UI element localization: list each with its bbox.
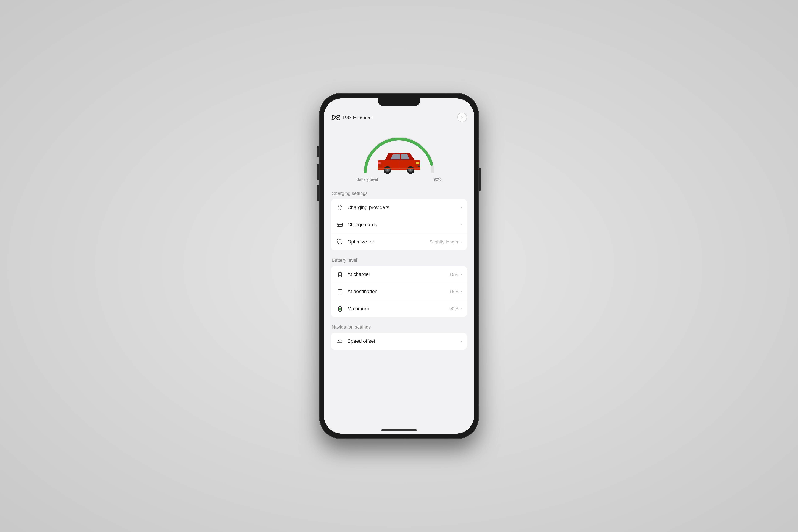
car-image — [374, 145, 424, 174]
at-charger-label: At charger — [347, 271, 449, 277]
charge-cards-item[interactable]: Charge cards › — [331, 216, 467, 233]
battery-level-card: At charger 15% › — [331, 266, 467, 317]
close-button[interactable]: × — [457, 113, 467, 122]
at-charger-value: 15% — [449, 272, 459, 277]
close-icon: × — [461, 115, 463, 120]
mute-button — [317, 146, 319, 157]
charging-providers-item[interactable]: Charging providers › — [331, 199, 467, 216]
maximum-label: Maximum — [347, 306, 449, 311]
optimize-for-label: Optimize for — [347, 239, 430, 245]
app-content: DS DS3 E-Tense › × — [324, 98, 474, 434]
at-charger-item[interactable]: At charger 15% › — [331, 266, 467, 283]
navigation-settings-card: Speed offset › — [331, 333, 467, 350]
charging-providers-icon — [336, 204, 344, 211]
speed-offset-icon — [336, 337, 344, 345]
navigation-settings-section: Navigation settings Speed offset — [324, 321, 474, 353]
maximum-value: 90% — [449, 306, 459, 311]
charging-providers-chevron-icon: › — [461, 205, 462, 210]
speed-offset-item[interactable]: Speed offset › — [331, 333, 467, 350]
maximum-chevron-icon: › — [461, 306, 462, 311]
optimize-for-value: Slightly longer — [430, 239, 458, 245]
charge-cards-chevron-icon: › — [461, 222, 462, 227]
battery-percentage: 92% — [434, 177, 441, 182]
svg-rect-14 — [418, 165, 420, 166]
svg-rect-15 — [418, 166, 420, 167]
svg-rect-29 — [339, 273, 341, 275]
charge-cards-icon — [336, 221, 344, 229]
svg-rect-17 — [378, 168, 420, 169]
at-destination-item[interactable]: At destination 15% › — [331, 283, 467, 300]
at-charger-icon — [336, 270, 344, 278]
svg-point-13 — [410, 169, 412, 171]
at-destination-label: At destination — [347, 289, 449, 294]
svg-rect-5 — [416, 162, 419, 164]
bottom-spacer — [324, 353, 474, 367]
svg-rect-7 — [378, 162, 381, 164]
svg-rect-19 — [339, 206, 340, 207]
svg-point-42 — [339, 341, 341, 342]
car-name-chevron-icon: › — [371, 115, 373, 119]
optimize-icon — [336, 238, 344, 246]
svg-rect-24 — [337, 223, 343, 227]
speed-offset-chevron-icon: › — [461, 339, 462, 343]
header: DS DS3 E-Tense › × — [324, 109, 474, 126]
optimize-for-item[interactable]: Optimize for Slightly longer › — [331, 233, 467, 250]
navigation-settings-title: Navigation settings — [331, 324, 467, 330]
battery-level-label: Battery level — [357, 177, 378, 182]
phone-frame: DS DS3 E-Tense › × — [319, 93, 479, 439]
power-button — [479, 168, 481, 191]
at-destination-chevron-icon: › — [461, 289, 462, 294]
at-destination-value: 15% — [449, 289, 459, 294]
svg-rect-34 — [339, 290, 341, 292]
car-name-row[interactable]: DS3 E-Tense › — [343, 115, 373, 120]
battery-labels: Battery level 92% — [357, 177, 441, 182]
speed-offset-label: Speed offset — [347, 338, 461, 344]
home-indicator — [381, 429, 417, 431]
charging-settings-section: Charging settings — [324, 187, 474, 254]
charging-settings-title: Charging settings — [331, 191, 467, 196]
at-destination-icon — [336, 288, 344, 296]
battery-level-title: Battery level — [331, 258, 467, 263]
ds-logo: DS — [331, 114, 340, 121]
svg-rect-26 — [338, 225, 339, 226]
optimize-for-chevron-icon: › — [461, 240, 462, 244]
header-left: DS DS3 E-Tense › — [331, 114, 373, 121]
svg-point-10 — [386, 169, 388, 171]
battery-level-section: Battery level A — [324, 254, 474, 321]
maximum-icon — [336, 305, 344, 312]
charging-settings-card: Charging providers › Charge cards — [331, 199, 467, 250]
maximum-item[interactable]: Maximum 90% › — [331, 300, 467, 317]
notch — [378, 98, 420, 106]
charge-cards-label: Charge cards — [347, 222, 461, 228]
volume-up-button — [317, 164, 319, 180]
charging-providers-label: Charging providers — [347, 205, 461, 210]
battery-section: Battery level 92% — [324, 126, 474, 187]
at-charger-chevron-icon: › — [461, 272, 462, 277]
car-model-label: DS3 E-Tense — [343, 115, 370, 120]
arc-container — [357, 129, 441, 175]
volume-down-button — [317, 185, 319, 201]
svg-rect-40 — [339, 308, 341, 310]
phone-screen: DS DS3 E-Tense › × — [324, 98, 474, 434]
